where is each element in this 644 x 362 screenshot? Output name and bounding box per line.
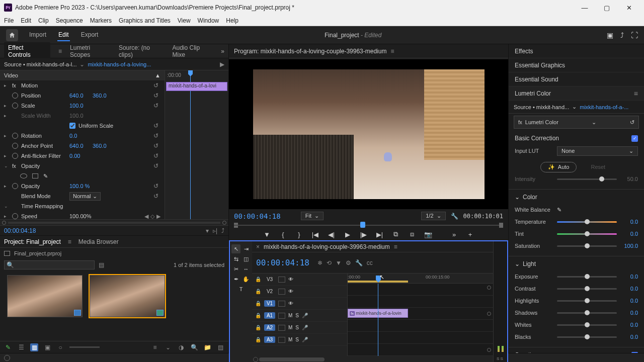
sort-icon[interactable]: ≡: [151, 343, 159, 351]
ec-rotation[interactable]: ▸ Rotation 0.0 ↺: [0, 131, 165, 141]
program-video[interactable]: [229, 59, 508, 209]
panel-menu-icon[interactable]: ≡: [634, 89, 638, 98]
captions-icon[interactable]: cc: [367, 259, 373, 266]
basic-correction-header[interactable]: Basic Correction ✓: [515, 135, 638, 142]
menu-file[interactable]: File: [4, 17, 14, 24]
timeline-ruler[interactable]: :00:00 00:00:15:00 ↖: [348, 274, 493, 284]
overflow-icon[interactable]: »: [450, 231, 459, 238]
creative-checkbox[interactable]: ✓: [631, 352, 638, 353]
program-menu-icon[interactable]: ≡: [390, 48, 394, 55]
exposure-slider[interactable]: Exposure0.0: [515, 270, 638, 283]
mark-out-icon[interactable]: [499, 223, 503, 228]
ec-scale[interactable]: ▸ Scale 100.0 ↺: [0, 101, 165, 111]
menu-help[interactable]: Help: [226, 17, 238, 24]
next-key-icon[interactable]: ▶: [156, 213, 160, 220]
tab-source[interactable]: Source: (no clips): [119, 44, 165, 58]
reset-icon[interactable]: ↺: [153, 82, 160, 89]
menu-window[interactable]: Window: [198, 17, 219, 24]
track-v2[interactable]: 🔒V2👁: [252, 286, 347, 298]
tab-effect-controls[interactable]: Effect Controls: [4, 42, 50, 60]
view-icon[interactable]: ▤: [99, 261, 104, 268]
tl-vzoom2-icon[interactable]: [487, 312, 491, 316]
rect-mask-icon[interactable]: [32, 173, 38, 178]
tl-vzoom3-icon[interactable]: [487, 348, 491, 352]
zoom-in-icon[interactable]: [222, 221, 226, 225]
shadows-slider[interactable]: Shadows0.0: [515, 307, 638, 319]
creative-section[interactable]: Creative✓: [509, 347, 644, 353]
extract-icon[interactable]: ⧈: [408, 230, 417, 238]
ec-mini-timeline[interactable]: :00:00 mixkit-hands-of-a-lovi: [165, 70, 228, 219]
filter-icon[interactable]: ▾: [206, 227, 209, 234]
ec-timecode[interactable]: 00:00:04:18: [4, 227, 36, 234]
project-item-1[interactable]: [7, 275, 83, 317]
menu-edit[interactable]: Edit: [21, 17, 31, 24]
status-icon[interactable]: [4, 355, 10, 361]
marker-icon[interactable]: ▼: [336, 259, 342, 266]
tl-vzoom1-icon[interactable]: [487, 286, 491, 290]
pen-tool[interactable]: ✒: [231, 275, 240, 284]
zoom-fit-dropdown[interactable]: Fit⌄: [301, 212, 324, 220]
ec-clip-label[interactable]: mixkit-hands-of-a-loving...: [88, 61, 151, 67]
lum-clip-label[interactable]: mixkit-hands-of-a-...: [580, 104, 628, 110]
lift-icon[interactable]: ⧉: [391, 230, 400, 238]
find-icon[interactable]: 🔍: [190, 343, 198, 351]
ec-anchor[interactable]: Anchor Point 640.0 360.0 ↺: [0, 141, 165, 151]
ec-tl-clip[interactable]: mixkit-hands-of-a-lovi: [166, 82, 227, 91]
add-key-icon[interactable]: ◇: [150, 213, 154, 220]
pen-mask-icon[interactable]: ✎: [43, 173, 48, 179]
play-icon[interactable]: ▶: [220, 61, 224, 68]
export-frame-icon[interactable]: 📷: [424, 231, 433, 238]
color-header[interactable]: ⌄Color: [515, 194, 638, 201]
mode-edit[interactable]: Edit: [57, 29, 70, 41]
blacks-slider[interactable]: Blacks0.0: [515, 331, 638, 343]
highlights-slider[interactable]: Highlights0.0: [515, 295, 638, 307]
add-marker-icon[interactable]: ▼: [263, 231, 272, 238]
close-button[interactable]: ✕: [618, 0, 640, 15]
zoom-slider-icon[interactable]: ○: [56, 343, 64, 351]
project-search-input[interactable]: 🔍: [4, 260, 95, 269]
program-scrubber[interactable]: [234, 222, 503, 229]
maximize-button[interactable]: ▢: [596, 0, 618, 15]
timeline-timecode[interactable]: 00:00:04:18: [256, 258, 309, 267]
ec-uniform-scale[interactable]: Uniform Scale ↺: [0, 121, 165, 131]
ec-speed[interactable]: ▸ Speed 100.00% ◀◇▶: [0, 211, 165, 219]
menu-sequence[interactable]: Sequence: [56, 17, 83, 24]
label-icon[interactable]: ◑: [177, 343, 185, 351]
hand-tool[interactable]: ✋: [242, 275, 251, 284]
mode-import[interactable]: Import: [28, 29, 47, 41]
track-a3[interactable]: 🔒A3MS🎤: [252, 334, 347, 346]
ec-motion-group[interactable]: ▸fx Motion ↺: [0, 80, 165, 90]
track-v3[interactable]: 🔒V3👁: [252, 274, 347, 286]
wrench-icon[interactable]: 🔧: [451, 213, 458, 220]
uniform-scale-checkbox[interactable]: [69, 123, 75, 129]
light-header[interactable]: ⌄Light: [515, 260, 638, 267]
chevron-down-icon[interactable]: ⌄: [79, 61, 85, 68]
play-button[interactable]: ▶: [343, 231, 352, 238]
ec-timeremap-group[interactable]: ⌄ Time Remapping: [0, 201, 165, 211]
menu-markers[interactable]: Markers: [90, 17, 112, 24]
resolution-dropdown[interactable]: 1/2⌄: [421, 212, 445, 220]
ec-opacity-val[interactable]: ▸ Opacity 100.0 % ↺: [0, 181, 165, 191]
collapse-icon[interactable]: ▲: [155, 72, 160, 78]
tab-essential-sound[interactable]: Essential Sound: [509, 72, 644, 86]
mark-out-button[interactable]: }: [295, 231, 304, 238]
tab-menu-icon[interactable]: ≡: [68, 238, 71, 245]
wrench-icon[interactable]: 🔧: [355, 259, 363, 266]
fullscreen-icon[interactable]: ⛶: [631, 31, 638, 39]
prev-key-icon[interactable]: ◀: [144, 213, 148, 220]
tab-menu-icon[interactable]: ≡: [58, 48, 62, 55]
scrub-playhead-icon[interactable]: [360, 222, 365, 228]
freeform-icon[interactable]: ▣: [43, 343, 51, 351]
step-fwd-icon[interactable]: |▶: [359, 231, 368, 238]
menu-clip[interactable]: Clip: [38, 17, 49, 24]
menu-graphics[interactable]: Graphics and Titles: [119, 17, 171, 24]
ec-antiflicker[interactable]: ▸ Anti-flicker Filter 0.00 ↺: [0, 151, 165, 161]
ec-icon-2[interactable]: ⤴: [221, 227, 224, 234]
type-tool[interactable]: T: [236, 285, 246, 294]
selection-tool[interactable]: ↖: [231, 244, 240, 253]
tint-slider[interactable]: Tint0.0: [515, 228, 638, 240]
tab-project[interactable]: Project: Final_project: [4, 238, 61, 245]
pencil-icon[interactable]: ✎: [4, 343, 12, 351]
mode-export[interactable]: Export: [80, 29, 100, 41]
blend-mode-dropdown[interactable]: Normal⌄: [69, 192, 101, 201]
